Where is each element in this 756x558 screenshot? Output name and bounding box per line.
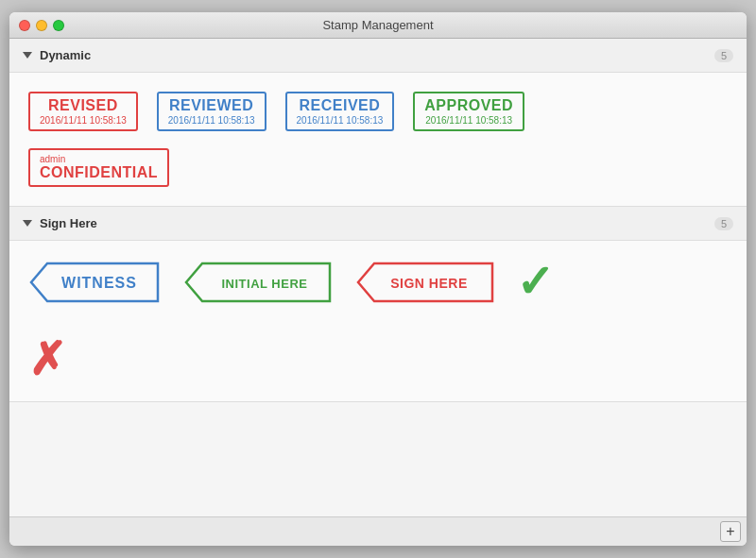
stamp-revised[interactable]: REVISED 2016/11/11 10:58:13 xyxy=(28,92,138,131)
minimize-button[interactable] xyxy=(36,20,47,31)
dynamic-section-title: Dynamic xyxy=(40,48,707,62)
stamp-received[interactable]: RECEIVED 2016/11/11 10:58:13 xyxy=(285,92,395,131)
stamp-reviewed-label: REVIEWED xyxy=(169,97,253,114)
dynamic-section-body: REVISED 2016/11/11 10:58:13 REVIEWED 201… xyxy=(9,73,747,206)
dynamic-section-count: 5 xyxy=(714,49,733,62)
stamp-approved-label: APPROVED xyxy=(424,97,513,114)
maximize-button[interactable] xyxy=(53,20,64,31)
collapse-sign-icon xyxy=(23,220,32,227)
cross-stamp[interactable]: ✗ xyxy=(28,337,66,382)
stamp-witness[interactable]: WITNESS xyxy=(28,261,161,304)
dynamic-second-row: admin CONFIDENTIAL xyxy=(28,148,728,187)
sign-here-section-body: WITNESS INITIAL HERE SIGN HERE xyxy=(9,241,747,401)
stamp-sign-here[interactable]: SIGN HERE xyxy=(353,261,495,304)
close-button[interactable] xyxy=(19,20,30,31)
stamp-revised-label: REVISED xyxy=(48,97,118,114)
stamp-initial-here[interactable]: INITIAL HERE xyxy=(181,261,333,304)
content-area: Dynamic 5 REVISED 2016/11/11 10:58:13 RE… xyxy=(9,39,747,516)
stamp-revised-date: 2016/11/11 10:58:13 xyxy=(40,115,127,126)
stamp-confidential[interactable]: admin CONFIDENTIAL xyxy=(28,148,169,187)
title-bar: Stamp Management xyxy=(9,12,747,39)
main-scroll[interactable]: Dynamic 5 REVISED 2016/11/11 10:58:13 RE… xyxy=(9,39,747,516)
dynamic-stamps-row: REVISED 2016/11/11 10:58:13 REVIEWED 201… xyxy=(28,92,728,131)
svg-text:SIGN HERE: SIGN HERE xyxy=(390,276,468,291)
sign-here-section-header[interactable]: Sign Here 5 xyxy=(9,207,747,241)
add-button[interactable]: + xyxy=(720,521,741,542)
stamp-received-label: RECEIVED xyxy=(300,97,381,114)
bottom-bar: + xyxy=(9,516,747,546)
stamp-confidential-admin: admin xyxy=(40,154,158,164)
sign-here-section: Sign Here 5 WITNESS INITIAL HERE xyxy=(9,207,747,402)
sign-here-stamps-row: WITNESS INITIAL HERE SIGN HERE xyxy=(28,260,728,305)
window-controls xyxy=(19,20,64,31)
sign-here-section-title: Sign Here xyxy=(40,216,707,230)
stamp-received-date: 2016/11/11 10:58:13 xyxy=(297,115,384,126)
svg-text:WITNESS: WITNESS xyxy=(61,275,137,291)
dynamic-section-header[interactable]: Dynamic 5 xyxy=(9,39,747,73)
main-window: Stamp Management Dynamic 5 REVISED 2016/… xyxy=(9,12,747,546)
window-title: Stamp Management xyxy=(322,18,433,32)
dynamic-section: Dynamic 5 REVISED 2016/11/11 10:58:13 RE… xyxy=(9,39,747,207)
stamp-reviewed[interactable]: REVIEWED 2016/11/11 10:58:13 xyxy=(157,92,266,131)
stamp-approved-date: 2016/11/11 10:58:13 xyxy=(425,115,512,126)
sign-here-section-count: 5 xyxy=(714,217,733,230)
svg-text:INITIAL HERE: INITIAL HERE xyxy=(222,277,308,291)
checkmark-stamp[interactable]: ✓ xyxy=(516,260,554,305)
collapse-dynamic-icon xyxy=(23,52,32,59)
sign-second-row: ✗ xyxy=(28,322,728,382)
stamp-approved[interactable]: APPROVED 2016/11/11 10:58:13 xyxy=(413,92,524,131)
stamp-reviewed-date: 2016/11/11 10:58:13 xyxy=(168,115,255,126)
stamp-confidential-label: CONFIDENTIAL xyxy=(40,164,158,181)
